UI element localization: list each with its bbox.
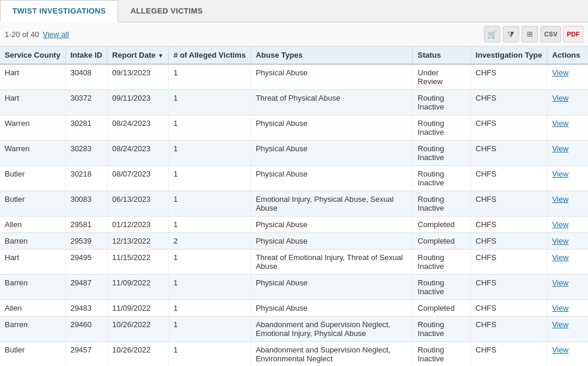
csv-icon: CSV [544,31,557,38]
col-header-intake-id: Intake ID [65,46,107,64]
cell-status: Routing Inactive [413,141,470,166]
columns-button[interactable]: ⊞ [522,26,538,42]
cell-abuse-types: Emotional Injury, Physical Abuse, Sexual… [250,191,412,217]
view-action-link[interactable]: View [552,237,569,245]
cell-action[interactable]: View [547,233,588,249]
cell-service-county: Barren [0,233,65,249]
view-action-link[interactable]: View [552,144,569,153]
cell-report-date: 08/24/2023 [107,115,168,141]
cell-intake-id: 29460 [65,317,107,342]
cell-action[interactable]: View [547,191,588,217]
cell-status: Routing Inactive [413,342,470,367]
cell-action[interactable]: View [547,64,588,90]
table-row: Barren2953912/13/20222Physical AbuseComp… [0,233,588,249]
cell-num-victims: 1 [169,342,251,367]
cell-action[interactable]: View [547,141,588,166]
tabs-bar: TWIST INVESTIGATIONS ALLEGED VICTIMS [0,0,588,22]
view-action-link[interactable]: View [552,169,569,178]
tab-twist[interactable]: TWIST INVESTIGATIONS [0,0,118,22]
view-action-link[interactable]: View [552,94,569,102]
cell-report-date: 11/09/2022 [107,275,168,300]
cell-num-victims: 2 [169,233,251,249]
investigations-table-container: Service County Intake ID Report Date ▼ #… [0,46,588,366]
col-header-status: Status [413,46,470,64]
cell-report-date: 01/12/2023 [107,217,168,233]
cell-abuse-types: Physical Abuse [250,217,412,233]
csv-button[interactable]: CSV [540,26,561,42]
cell-num-victims: 1 [169,275,251,300]
cell-abuse-types: Abandonment and Supervision Neglect, Env… [250,342,412,367]
toolbar: 1-20 of 40 View all 🛒 ⧩ ⊞ CSV PDF [0,22,588,46]
cell-abuse-types: Threat of Physical Abuse [250,90,412,115]
col-header-report-date[interactable]: Report Date ▼ [107,46,168,64]
cell-report-date: 10/26/2022 [107,342,168,367]
view-action-link[interactable]: View [552,119,569,128]
cell-service-county: Warren [0,141,65,166]
col-header-inv-type: Investigation Type [470,46,547,64]
view-action-link[interactable]: View [552,195,569,204]
view-all-link[interactable]: View all [43,30,69,39]
cell-report-date: 11/15/2022 [107,249,168,275]
cell-action[interactable]: View [547,217,588,233]
cell-abuse-types: Physical Abuse [250,233,412,249]
cell-service-county: Butler [0,191,65,217]
cell-inv-type: CHFS [470,300,547,317]
cell-num-victims: 1 [169,90,251,115]
cell-action[interactable]: View [547,166,588,191]
cell-action[interactable]: View [547,249,588,275]
filter-icon: ⧩ [507,29,514,39]
cell-action[interactable]: View [547,90,588,115]
cell-inv-type: CHFS [470,233,547,249]
table-row: Allen2948311/09/20221Physical AbuseCompl… [0,300,588,317]
table-row: Barren2948711/09/20221Physical AbuseRout… [0,275,588,300]
cell-intake-id: 30281 [65,115,107,141]
view-action-link[interactable]: View [552,320,569,329]
columns-icon: ⊞ [527,30,533,38]
view-action-link[interactable]: View [552,304,569,312]
cell-action[interactable]: View [547,342,588,367]
cell-service-county: Butler [0,166,65,191]
cart-button[interactable]: 🛒 [484,26,500,42]
cell-report-date: 10/26/2022 [107,317,168,342]
cell-report-date: 12/13/2022 [107,233,168,249]
cell-intake-id: 30083 [65,191,107,217]
view-action-link[interactable]: View [552,253,569,262]
filter-button[interactable]: ⧩ [503,26,519,42]
table-row: Butler2945710/26/20221Abandonment and Su… [0,342,588,367]
cell-service-county: Allen [0,300,65,317]
col-header-abuse-types: Abuse Types [250,46,412,64]
table-row: Hart3037209/11/20231Threat of Physical A… [0,90,588,115]
view-action-link[interactable]: View [552,278,569,287]
cell-num-victims: 1 [169,300,251,317]
cell-report-date: 09/13/2023 [107,64,168,90]
cell-action[interactable]: View [547,317,588,342]
cell-service-county: Hart [0,249,65,275]
cell-action[interactable]: View [547,300,588,317]
pdf-button[interactable]: PDF [563,26,583,42]
cell-status: Routing Inactive [413,249,470,275]
view-action-link[interactable]: View [552,345,569,354]
cell-service-county: Barren [0,275,65,300]
cell-action[interactable]: View [547,275,588,300]
cell-report-date: 08/07/2023 [107,166,168,191]
range-text: 1-20 of 40 [5,30,39,39]
table-row: Butler3008306/13/20231Emotional Injury, … [0,191,588,217]
cell-abuse-types: Physical Abuse [250,300,412,317]
cell-inv-type: CHFS [470,317,547,342]
cell-inv-type: CHFS [470,141,547,166]
view-action-link[interactable]: View [552,68,569,77]
cell-intake-id: 30372 [65,90,107,115]
cell-report-date: 09/11/2023 [107,90,168,115]
cell-intake-id: 30283 [65,141,107,166]
cell-status: Under Review [413,64,470,90]
view-action-link[interactable]: View [552,220,569,229]
toolbar-right: 🛒 ⧩ ⊞ CSV PDF [484,26,583,42]
cell-intake-id: 30218 [65,166,107,191]
cell-status: Routing Inactive [413,115,470,141]
cell-abuse-types: Physical Abuse [250,64,412,90]
table-row: Barren2946010/26/20221Abandonment and Su… [0,317,588,342]
tab-alleged-victims[interactable]: ALLEGED VICTIMS [118,0,215,22]
cell-action[interactable]: View [547,115,588,141]
table-body: Hart3040809/13/20231Physical AbuseUnder … [0,64,588,366]
cell-status: Routing Inactive [413,191,470,217]
